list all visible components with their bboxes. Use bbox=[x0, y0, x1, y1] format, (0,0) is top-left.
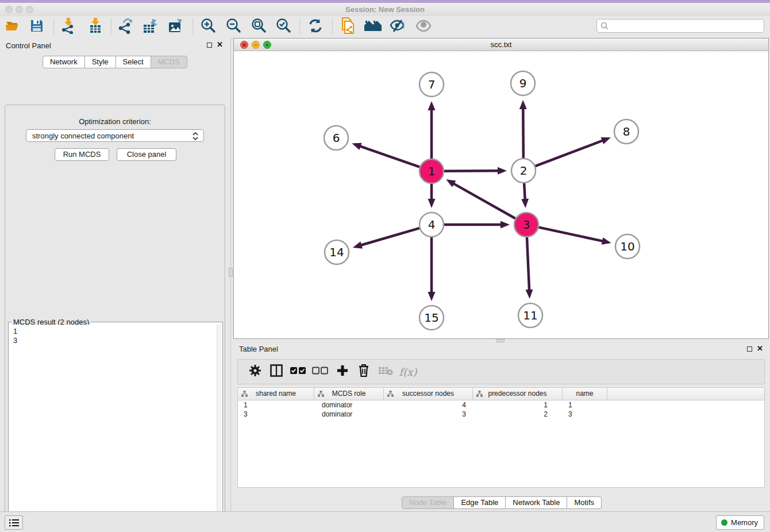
add-column-icon[interactable] bbox=[336, 364, 349, 379]
import-table-icon[interactable] bbox=[88, 18, 102, 36]
delete-table-icon bbox=[378, 365, 393, 378]
cell-shared-name[interactable]: 1 bbox=[238, 400, 314, 410]
tab-mcds[interactable]: MCDS bbox=[151, 56, 187, 68]
column-header-name[interactable]: name bbox=[563, 388, 607, 400]
edge-1-6[interactable] bbox=[360, 146, 420, 167]
node-label-8: 8 bbox=[623, 125, 630, 138]
export-image-icon[interactable] bbox=[168, 18, 184, 36]
cell-shared-name[interactable]: 3 bbox=[238, 410, 314, 419]
close-table-panel-icon[interactable]: ✕ bbox=[757, 346, 763, 352]
open-session-icon[interactable] bbox=[5, 19, 21, 35]
toolbar-separator bbox=[53, 20, 54, 34]
apply-layout-icon[interactable] bbox=[308, 18, 323, 36]
float-panel-icon[interactable] bbox=[207, 43, 212, 48]
edge-2-3[interactable] bbox=[524, 183, 525, 200]
app-titlebar: Session: New Session bbox=[0, 3, 770, 17]
table-row[interactable]: 3dominator323 bbox=[238, 410, 764, 419]
show-columns-icon[interactable] bbox=[270, 364, 283, 379]
deselect-all-icon[interactable] bbox=[312, 367, 328, 377]
status-bar: Memory bbox=[0, 511, 770, 532]
edge-4-14[interactable] bbox=[360, 228, 419, 245]
arrowhead-1-7 bbox=[428, 101, 436, 110]
cell-MCDS-role[interactable]: dominator bbox=[314, 400, 384, 410]
apply-function-icon: f(x) bbox=[399, 366, 417, 378]
table-tabs: Node TableEdge TableNetwork TableMotifs bbox=[233, 496, 770, 509]
toolbar-separator bbox=[111, 20, 111, 34]
edge-3-11[interactable] bbox=[527, 237, 529, 291]
edge-1-2[interactable] bbox=[444, 171, 499, 171]
tab-style[interactable]: Style bbox=[84, 56, 116, 68]
tab-edge-table[interactable]: Edge Table bbox=[453, 496, 506, 509]
edge-3-1[interactable] bbox=[453, 183, 515, 218]
import-network-icon[interactable] bbox=[60, 18, 75, 36]
cell-name[interactable]: 3 bbox=[563, 410, 607, 419]
node-label-7: 7 bbox=[428, 78, 436, 91]
cell-name[interactable]: 1 bbox=[563, 400, 607, 410]
edge-2-8[interactable] bbox=[536, 140, 603, 166]
hide-graphics-details-icon[interactable] bbox=[389, 18, 406, 36]
show-graphics-details-icon bbox=[415, 20, 432, 34]
node-label-14: 14 bbox=[329, 245, 344, 259]
table-row[interactable]: 1dominator411 bbox=[238, 400, 764, 410]
control-panel-title: Control Panel bbox=[6, 41, 51, 50]
node-label-3: 3 bbox=[523, 218, 530, 232]
cell-predecessor-nodes[interactable]: 2 bbox=[473, 410, 563, 419]
zoom-in-icon[interactable] bbox=[200, 18, 216, 36]
toolbar-separator bbox=[299, 20, 300, 34]
save-session-icon[interactable] bbox=[30, 19, 44, 35]
arrowhead-2-3 bbox=[521, 199, 529, 208]
network-title: scc.txt bbox=[234, 40, 768, 49]
cell-successor-nodes[interactable]: 3 bbox=[384, 410, 473, 419]
column-header-MCDS-role[interactable]: MCDS role bbox=[314, 388, 384, 400]
application-window: Session: New Session bbox=[0, 0, 770, 532]
tab-network[interactable]: Network bbox=[43, 56, 85, 68]
close-panel-icon[interactable]: ✕ bbox=[217, 42, 223, 48]
close-panel-button[interactable]: Close panel bbox=[117, 148, 176, 161]
tab-select[interactable]: Select bbox=[116, 56, 151, 68]
vertical-splitter-handle[interactable] bbox=[229, 268, 233, 277]
network-window-titlebar[interactable]: ✕ − + scc.txt bbox=[234, 38, 768, 51]
edge-2-9[interactable] bbox=[523, 108, 523, 158]
tab-node-table[interactable]: Node Table bbox=[402, 496, 455, 509]
task-history-button[interactable] bbox=[5, 515, 23, 530]
column-header-predecessor-nodes[interactable]: predecessor nodes bbox=[473, 388, 563, 400]
tab-motifs[interactable]: Motifs bbox=[567, 496, 602, 509]
home-icon[interactable] bbox=[364, 20, 382, 34]
run-mcds-button[interactable]: Run MCDS bbox=[55, 148, 109, 161]
table-body: 1dominator4113dominator323 bbox=[238, 400, 764, 419]
node-label-15: 15 bbox=[424, 311, 438, 325]
delete-column-icon[interactable] bbox=[358, 364, 369, 380]
cell-MCDS-role[interactable]: dominator bbox=[314, 410, 384, 419]
memory-button[interactable]: Memory bbox=[716, 515, 764, 530]
tab-network-table[interactable]: Network Table bbox=[505, 496, 567, 509]
export-table-icon[interactable] bbox=[143, 18, 159, 36]
edge-3-10[interactable] bbox=[539, 228, 603, 241]
memory-label: Memory bbox=[731, 516, 758, 529]
cell-successor-nodes[interactable]: 4 bbox=[384, 400, 473, 410]
result-scrollbar[interactable] bbox=[217, 325, 221, 532]
search-input[interactable] bbox=[611, 20, 761, 32]
network-canvas[interactable]: 7968124314101511 bbox=[234, 51, 768, 338]
search-box[interactable] bbox=[596, 19, 764, 33]
toolbar-separator bbox=[332, 20, 333, 34]
mcds-result-list[interactable]: 1 3 bbox=[10, 325, 217, 532]
zoom-selected-icon[interactable] bbox=[275, 18, 291, 36]
cell-predecessor-nodes[interactable]: 1 bbox=[473, 400, 563, 410]
select-all-icon[interactable] bbox=[290, 367, 306, 377]
main-toolbar bbox=[0, 16, 770, 38]
node-table[interactable]: shared nameMCDS rolesuccessor nodesprede… bbox=[237, 387, 765, 488]
optimization-select[interactable]: strongly connected component bbox=[26, 129, 204, 142]
arrowhead-2-8 bbox=[601, 137, 611, 144]
mcds-result-group: MCDS result (2 nodes) 1 3 bbox=[8, 322, 223, 532]
export-network-icon[interactable] bbox=[117, 18, 133, 36]
column-header-successor-nodes[interactable]: successor nodes bbox=[384, 388, 473, 400]
table-settings-icon[interactable] bbox=[249, 364, 261, 379]
zoom-fit-icon[interactable] bbox=[251, 18, 267, 36]
column-header-shared-name[interactable]: shared name bbox=[238, 388, 314, 400]
float-table-panel-icon[interactable] bbox=[747, 346, 752, 352]
arrowhead-4-14 bbox=[353, 241, 363, 248]
zoom-out-icon[interactable] bbox=[225, 18, 241, 36]
clone-network-icon[interactable] bbox=[340, 17, 355, 37]
network-graph[interactable]: 7968124314101511 bbox=[234, 51, 768, 338]
node-label-2: 2 bbox=[520, 164, 528, 178]
